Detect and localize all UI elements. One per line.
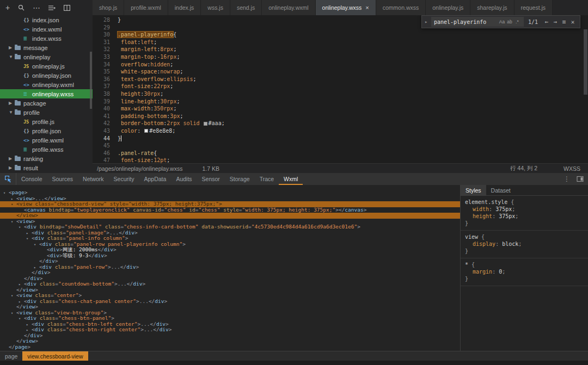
toggle-replace-icon[interactable]: ▸ [425, 19, 431, 24]
expanded-arrow-icon[interactable]: ▾ [26, 236, 32, 242]
devtools-tab-wxml[interactable]: Wxml [279, 173, 303, 185]
breadcrumb-item[interactable]: page [0, 351, 22, 361]
devtools-tab-audits[interactable]: Audits [171, 173, 197, 185]
editor-tab[interactable]: onlineplay.js [426, 0, 470, 15]
wxml-tree-node[interactable]: <canvas bindtap="twoplayeronclick" canva… [0, 207, 460, 213]
expanded-arrow-icon[interactable]: ▾ [11, 293, 16, 299]
expanded-arrow-icon[interactable]: ▾ [11, 311, 16, 317]
file-tree-item[interactable]: <>profile.wxml [0, 135, 93, 145]
expanded-arrow-icon[interactable]: ▾ [19, 316, 24, 322]
code-line[interactable]: 41 padding-bottom:3px; [93, 113, 588, 120]
expanded-arrow-icon[interactable]: ▼ [9, 110, 15, 115]
file-tree-item[interactable]: ≡profile.wxss [0, 145, 93, 154]
editor-tab[interactable]: wss.js [201, 0, 230, 15]
editor-tab[interactable]: onlineplay.wxml [262, 0, 315, 15]
file-tree-item[interactable]: <>index.wxml [0, 24, 93, 34]
file-tree-item[interactable]: {}index.json [0, 15, 93, 24]
code-line[interactable]: 31 float:left; [93, 39, 588, 46]
file-tree-item[interactable]: JSprofile.js [0, 117, 93, 126]
code-line[interactable]: 33 margin-top:-16rpx; [93, 53, 588, 61]
code-line[interactable]: 32 margin-left:8rpx; [93, 46, 588, 53]
editor-tab[interactable]: shareplay.js [470, 0, 514, 15]
split-editor-icon[interactable] [64, 5, 70, 11]
find-next-icon[interactable]: → [551, 18, 560, 26]
collapsed-arrow-icon[interactable]: ▶ [9, 101, 15, 106]
style-value[interactable]: block [502, 241, 518, 247]
style-value[interactable]: 375px [499, 213, 515, 219]
language-mode[interactable]: WXSS [564, 165, 580, 172]
devtools-tab-sensor[interactable]: Sensor [197, 173, 225, 185]
expanded-arrow-icon[interactable]: ▼ [9, 54, 15, 59]
code-line[interactable]: 40 max-width:350rpx; [93, 105, 588, 113]
style-property[interactable]: display [473, 241, 495, 247]
collapsed-arrow-icon[interactable]: ▶ [9, 45, 15, 50]
code-line[interactable]: 39 line-height:30rpx; [93, 98, 588, 106]
regex-icon[interactable]: .* [513, 19, 521, 24]
style-declaration[interactable]: display: block; [465, 240, 584, 248]
code-line[interactable]: 47 font-size:12pt; [93, 157, 588, 163]
search-icon[interactable] [18, 4, 24, 11]
style-selector[interactable]: element.style [465, 199, 507, 205]
expanded-arrow-icon[interactable]: ▾ [11, 202, 16, 208]
sidebar-scrollbar[interactable] [90, 52, 92, 109]
devtools-tab-trace[interactable]: Trace [255, 173, 279, 185]
wxml-tree-node[interactable]: ▸<div class="countdown-bottom">...</div> [0, 281, 460, 287]
styles-tab-styles[interactable]: Styles [461, 185, 486, 195]
devtools-tab-appdata[interactable]: AppData [139, 173, 171, 185]
file-tree-item[interactable]: ≡onlineplay.wxss [0, 89, 93, 98]
code-editor[interactable]: 28}2930.panel-playerinfo{31 float:left;3… [93, 15, 588, 163]
find-in-selection-icon[interactable]: ≡ [560, 18, 568, 26]
collapsed-arrow-icon[interactable]: ▶ [9, 156, 15, 161]
wxml-tree-node[interactable]: ▸<div class="chess-btn-right center">...… [0, 327, 460, 333]
wxml-tree-node[interactable]: ▸<div class="panel-row">...</div> [0, 264, 460, 270]
file-tree-item[interactable]: <>onlineplay.wxml [0, 80, 93, 89]
code-line[interactable]: 35 white-space:nowrap; [93, 68, 588, 76]
expanded-arrow-icon[interactable]: ▾ [11, 219, 16, 225]
styles-tab-dataset[interactable]: Dataset [486, 185, 516, 195]
devtools-tab-security[interactable]: Security [109, 173, 139, 185]
editor-tab[interactable]: request.js [514, 0, 553, 15]
code-line[interactable]: 43 color: #e8e8e8; [93, 127, 588, 135]
wxml-tree-node[interactable]: </view> [0, 213, 460, 219]
devtools-tab-console[interactable]: Console [16, 173, 47, 185]
code-line[interactable]: 30.panel-playerinfo{ [93, 31, 588, 39]
wxml-tree-node[interactable]: </div> [0, 333, 460, 339]
close-find-icon[interactable]: ✕ [568, 18, 577, 26]
inspect-element-button[interactable] [0, 173, 16, 185]
wxml-tree-node[interactable]: <div>等级: 9-3</div> [0, 253, 460, 259]
file-tree-item[interactable]: {}profile.json [0, 126, 93, 135]
plus-icon[interactable]: + [5, 4, 10, 11]
file-tree-item[interactable]: ▼onlineplay [0, 52, 93, 61]
code-line[interactable]: 36 text-overflow:ellipsis; [93, 76, 588, 83]
editor-tab[interactable]: send.js [230, 0, 262, 15]
style-property[interactable]: width [473, 206, 489, 212]
style-property[interactable]: margin [473, 269, 492, 275]
code-line[interactable]: 37 font-size:22rpx; [93, 83, 588, 90]
style-selector[interactable]: view [465, 234, 478, 240]
code-line[interactable]: 46.panel-rate{ [93, 150, 588, 157]
dock-side-icon[interactable] [575, 176, 585, 182]
breadcrumb-item[interactable]: view.chessboard-view [22, 351, 88, 361]
style-property[interactable]: height [473, 213, 492, 219]
style-declaration[interactable]: width: 375px; [465, 206, 584, 213]
file-tree-item[interactable]: {}onlineplay.json [0, 71, 93, 80]
file-tree-item[interactable]: ▶ranking [0, 154, 93, 163]
editor-tab[interactable]: onlineplay.wxss× [316, 0, 376, 15]
file-tree-item[interactable]: ▶result [0, 163, 93, 172]
style-value[interactable]: 375px [495, 206, 512, 212]
code-line[interactable]: 34 overflow:hidden; [93, 61, 588, 69]
open-editors-icon[interactable] [48, 5, 56, 11]
find-input[interactable]: panel-playerinfo Aa ab .* [431, 17, 524, 27]
find-previous-icon[interactable]: ← [542, 18, 551, 26]
file-tree-item[interactable]: ▶message [0, 43, 93, 52]
cursor-position[interactable]: 行 44, 列 2 [510, 165, 537, 172]
wxml-tree-node[interactable]: </view> [0, 338, 460, 344]
file-tree-item[interactable]: JSonlineplay.js [0, 61, 93, 71]
match-case-icon[interactable]: Aa [498, 19, 506, 24]
file-tree-item[interactable]: ▶package [0, 98, 93, 108]
editor-tab[interactable]: common.wxss [376, 0, 426, 15]
editor-tab[interactable]: profile.wxml [124, 0, 168, 15]
editor-scrollbar[interactable] [584, 29, 587, 95]
code-line[interactable]: 44} [93, 135, 588, 143]
expanded-arrow-icon[interactable]: ▾ [3, 190, 9, 196]
